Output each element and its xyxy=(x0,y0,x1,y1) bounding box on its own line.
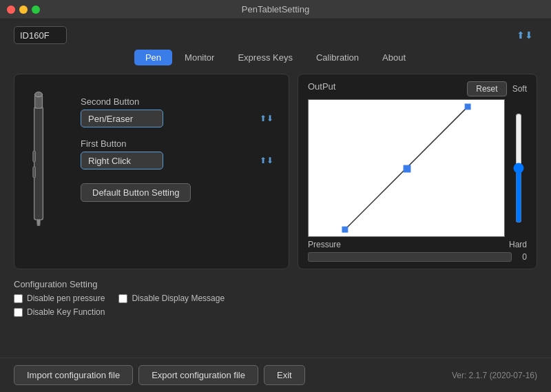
soft-label: Soft xyxy=(512,84,527,94)
traffic-lights xyxy=(7,6,40,14)
device-select-wrapper: ID160F ⬆⬇ xyxy=(14,26,537,44)
disable-pen-pressure-checkbox[interactable]: Disable pen pressure xyxy=(14,293,105,303)
reset-soft-row: OutPut Reset Soft xyxy=(308,81,527,96)
panels-row: Second Button Pen/Eraser Right Click Lef… xyxy=(14,74,537,269)
pressure-chart[interactable] xyxy=(308,99,505,237)
footer-buttons: Import configuration file Export configu… xyxy=(14,365,305,385)
slider-container xyxy=(510,99,527,237)
disable-display-message-input[interactable] xyxy=(118,294,127,303)
pressure-value: 0 xyxy=(516,252,527,262)
pen-illustration xyxy=(28,88,49,226)
second-button-select-arrow-icon: ⬆⬇ xyxy=(260,114,273,123)
disable-pen-pressure-input[interactable] xyxy=(14,294,23,303)
config-title: Configuration Setting xyxy=(14,279,537,289)
disable-display-message-checkbox[interactable]: Disable Display Message xyxy=(118,293,225,303)
svg-rect-9 xyxy=(342,227,348,232)
pen-svg xyxy=(28,88,49,226)
main-content: ID160F ⬆⬇ Pen Monitor Express Keys Calib… xyxy=(0,19,551,324)
tab-calibration[interactable]: Calibration xyxy=(305,50,370,65)
chart-and-slider xyxy=(308,99,527,237)
tab-about[interactable]: About xyxy=(371,50,417,65)
disable-key-function-label: Disable Key Function xyxy=(27,307,105,317)
chart-svg xyxy=(309,100,504,236)
pressure-bar-row: 0 xyxy=(308,252,527,262)
button-controls: Second Button Pen/Eraser Right Click Lef… xyxy=(81,96,278,169)
default-button-setting-button[interactable]: Default Button Setting xyxy=(81,183,191,202)
tab-express-keys[interactable]: Express Keys xyxy=(227,50,303,65)
first-button-select[interactable]: Right Click Left Click Middle Click Pen/… xyxy=(81,152,163,169)
reset-button[interactable]: Reset xyxy=(467,81,506,96)
right-panel: OutPut Reset Soft xyxy=(298,74,537,269)
pressure-hard-row: Pressure Hard xyxy=(308,240,527,249)
disable-display-message-label: Disable Display Message xyxy=(132,293,225,303)
maximize-button[interactable] xyxy=(32,6,40,14)
pressure-slider[interactable] xyxy=(512,113,526,223)
second-button-select[interactable]: Pen/Eraser Right Click Left Click Middle… xyxy=(81,110,163,127)
config-section: Configuration Setting Disable pen pressu… xyxy=(14,279,537,317)
svg-rect-4 xyxy=(33,151,36,162)
svg-rect-1 xyxy=(34,107,43,220)
window-title: PenTabletSetting xyxy=(242,4,309,14)
first-button-select-arrow-icon: ⬆⬇ xyxy=(260,156,273,165)
tab-monitor[interactable]: Monitor xyxy=(174,50,225,65)
close-button[interactable] xyxy=(7,6,15,14)
second-button-select-wrapper: Pen/Eraser Right Click Left Click Middle… xyxy=(81,110,278,127)
title-bar: PenTabletSetting xyxy=(0,0,551,19)
tab-pen[interactable]: Pen xyxy=(134,50,172,65)
svg-rect-10 xyxy=(465,104,470,110)
svg-point-3 xyxy=(35,92,43,96)
second-button-label: Second Button xyxy=(81,96,278,107)
disable-pen-pressure-label: Disable pen pressure xyxy=(27,293,105,303)
second-checkbox-row: Disable Key Function xyxy=(14,307,537,317)
first-button-label: First Button xyxy=(81,138,278,149)
device-select[interactable]: ID160F xyxy=(14,26,67,44)
tabs-row: Pen Monitor Express Keys Calibration Abo… xyxy=(14,50,537,65)
svg-rect-8 xyxy=(404,165,410,172)
output-label: OutPut xyxy=(308,81,335,92)
disable-key-function-checkbox[interactable]: Disable Key Function xyxy=(14,307,105,317)
hard-label: Hard xyxy=(509,240,527,249)
footer: Import configuration file Export configu… xyxy=(0,358,551,392)
device-select-row: ID160F ⬆⬇ xyxy=(14,26,537,44)
pressure-bar xyxy=(308,252,512,262)
first-button-select-wrapper: Right Click Left Click Middle Click Pen/… xyxy=(81,152,278,169)
checkboxes-row: Disable pen pressure Disable Display Mes… xyxy=(14,293,537,303)
pressure-label: Pressure xyxy=(308,240,341,249)
disable-key-function-input[interactable] xyxy=(14,308,23,317)
exit-button[interactable]: Exit xyxy=(264,365,305,385)
svg-marker-0 xyxy=(37,220,40,226)
version-label: Ver: 2.1.7 (2020-07-16) xyxy=(452,371,537,380)
svg-rect-5 xyxy=(33,167,36,178)
device-select-arrow-icon: ⬆⬇ xyxy=(517,30,533,41)
export-config-button[interactable]: Export configuration file xyxy=(138,365,258,385)
second-button-group: Second Button Pen/Eraser Right Click Lef… xyxy=(81,96,278,127)
minimize-button[interactable] xyxy=(19,6,28,14)
left-panel: Second Button Pen/Eraser Right Click Lef… xyxy=(14,74,289,269)
first-button-group: First Button Right Click Left Click Midd… xyxy=(81,138,278,169)
import-config-button[interactable]: Import configuration file xyxy=(14,365,133,385)
